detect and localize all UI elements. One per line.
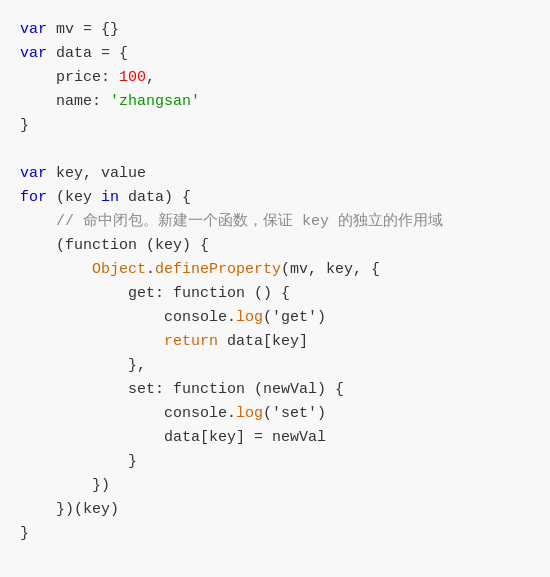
code-token: in [101, 189, 119, 206]
code-token: }, [20, 357, 146, 374]
code-line: for (key in data) { [20, 186, 530, 210]
code-token: // 命中闭包。新建一个函数，保证 key 的独立的作用域 [20, 213, 443, 230]
code-token: (newVal) { [245, 381, 344, 398]
code-token: } [20, 453, 137, 470]
code-token: (key [47, 189, 101, 206]
code-token: } [20, 117, 29, 134]
code-line: }) [20, 474, 530, 498]
code-token: console. [20, 405, 236, 422]
code-token: var [20, 165, 47, 182]
code-line: var data = { [20, 42, 530, 66]
code-line: }, [20, 354, 530, 378]
code-line: console.log('set') [20, 402, 530, 426]
code-line: // 命中闭包。新建一个函数，保证 key 的独立的作用域 [20, 210, 530, 234]
code-token: function [65, 237, 137, 254]
code-token: name: [20, 93, 110, 110]
code-token: defineProperty [155, 261, 281, 278]
code-block: var mv = {}var data = { price: 100, name… [20, 18, 530, 546]
code-line: return data[key] [20, 330, 530, 354]
code-line: name: 'zhangsan' [20, 90, 530, 114]
code-token: (mv, key, { [281, 261, 380, 278]
code-token: data[key] = newVal [20, 429, 326, 446]
code-line: data[key] = newVal [20, 426, 530, 450]
code-token: ('get') [263, 309, 326, 326]
code-token: set: [20, 381, 173, 398]
code-token: log [236, 405, 263, 422]
code-container: var mv = {}var data = { price: 100, name… [0, 0, 550, 577]
code-token: . [146, 261, 155, 278]
code-line: set: function (newVal) { [20, 378, 530, 402]
code-line: } [20, 114, 530, 138]
code-line: price: 100, [20, 66, 530, 90]
code-token: })(key) [20, 501, 119, 518]
code-token: ('set') [263, 405, 326, 422]
code-token: var [20, 45, 47, 62]
code-line: (function (key) { [20, 234, 530, 258]
code-token: price: [20, 69, 119, 86]
code-line: var mv = {} [20, 18, 530, 42]
code-token: 'zhangsan' [110, 93, 200, 110]
code-token: data) { [119, 189, 191, 206]
code-token: for [20, 189, 47, 206]
code-token: return [164, 333, 218, 350]
code-token: get: [20, 285, 173, 302]
code-token: () { [245, 285, 290, 302]
code-line [20, 138, 530, 162]
code-token: var [20, 21, 47, 38]
code-token: } [20, 525, 29, 542]
code-token: console. [20, 309, 236, 326]
code-token: log [236, 309, 263, 326]
code-line: } [20, 522, 530, 546]
code-token: 100 [119, 69, 146, 86]
code-token: key, value [47, 165, 146, 182]
code-token [20, 333, 164, 350]
code-line: })(key) [20, 498, 530, 522]
code-line: get: function () { [20, 282, 530, 306]
code-token: data[key] [218, 333, 308, 350]
code-token [20, 261, 92, 278]
code-token: Object [92, 261, 146, 278]
code-line: Object.defineProperty(mv, key, { [20, 258, 530, 282]
code-token: ( [20, 237, 65, 254]
code-token: mv = {} [47, 21, 119, 38]
code-token: }) [20, 477, 110, 494]
code-token: (key) { [137, 237, 209, 254]
code-token: data = { [47, 45, 128, 62]
code-token: , [146, 69, 155, 86]
code-token: function [173, 381, 245, 398]
code-line: var key, value [20, 162, 530, 186]
code-line: console.log('get') [20, 306, 530, 330]
code-token: function [173, 285, 245, 302]
code-line: } [20, 450, 530, 474]
